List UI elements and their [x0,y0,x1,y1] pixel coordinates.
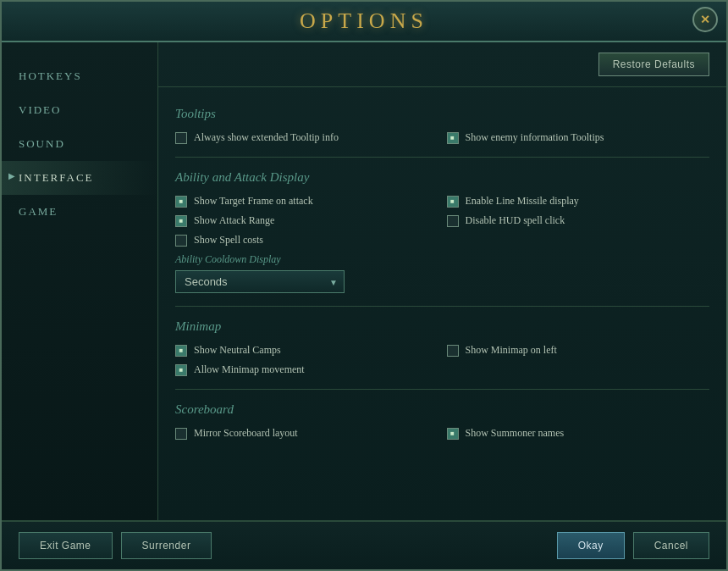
label-target-frame-attack: Show Target Frame on attack [194,195,313,208]
bottom-bar: Exit Game Surrender Okay Cancel [2,520,726,569]
label-show-neutral-camps: Show Neutral Camps [194,344,281,357]
modal-title: OPTIONS [2,8,726,34]
okay-button[interactable]: Okay [557,532,625,559]
label-show-minimap-left: Show Minimap on left [466,344,557,357]
content-scroll[interactable]: Tooltips Always show extended Tooltip in… [158,87,726,520]
close-button[interactable]: ✕ [692,7,718,32]
sidebar: HOTKEYS VIDEO SOUND INTERFACE GAME [2,42,158,520]
option-show-summoner-names: Show Summoner names [447,427,710,440]
option-enable-line-missile: Enable Line Missile display [447,195,710,208]
restore-defaults-button[interactable]: Restore Defaults [598,53,709,76]
checkbox-always-extended-tooltip[interactable] [175,132,187,144]
content-header: Restore Defaults [158,42,726,87]
cooldown-dropdown[interactable]: Seconds Percentage [175,270,345,293]
cancel-button[interactable]: Cancel [633,532,709,559]
option-show-minimap-left: Show Minimap on left [447,344,710,357]
tooltips-section-title: Tooltips [175,107,709,121]
checkbox-show-minimap-left[interactable] [447,345,459,357]
label-mirror-scoreboard: Mirror Scoreboard layout [194,427,298,440]
option-disable-hud-spell: Disable HUD spell click [447,214,710,227]
cooldown-dropdown-wrapper: Seconds Percentage ▼ [175,270,345,293]
checkbox-enable-line-missile[interactable] [447,196,459,208]
ability-attack-options: Show Target Frame on attack Enable Line … [175,195,709,247]
exit-game-button[interactable]: Exit Game [19,532,113,559]
checkbox-enemy-info-tooltips[interactable] [447,132,459,144]
sidebar-item-video[interactable]: VIDEO [2,93,157,127]
option-mirror-scoreboard: Mirror Scoreboard layout [175,427,438,440]
content-area: Restore Defaults Tooltips Always show ex… [158,42,726,520]
option-show-spell-costs: Show Spell costs [175,234,438,247]
checkbox-show-summoner-names[interactable] [447,428,459,440]
option-allow-minimap-movement: Allow Minimap movement [175,363,438,376]
scoreboard-section-title: Scoreboard [175,402,709,417]
minimap-options: Show Neutral Camps Show Minimap on left … [175,344,709,376]
option-target-frame-attack: Show Target Frame on attack [175,195,438,208]
cooldown-container: Ability Cooldown Display Seconds Percent… [175,253,709,293]
surrender-button[interactable]: Surrender [121,532,212,559]
label-allow-minimap-movement: Allow Minimap movement [194,363,305,376]
option-enemy-info-tooltips: Show enemy information Tooltips [447,131,710,144]
sidebar-item-hotkeys[interactable]: HOTKEYS [2,59,157,93]
tooltips-options: Always show extended Tooltip info Show e… [175,131,709,144]
sidebar-item-game[interactable]: GAME [2,195,157,229]
label-enemy-info-tooltips: Show enemy information Tooltips [466,131,604,144]
checkbox-show-spell-costs[interactable] [175,235,187,247]
label-show-summoner-names: Show Summoner names [466,427,565,440]
label-always-extended-tooltip: Always show extended Tooltip info [194,131,339,144]
divider-2 [175,306,709,307]
checkbox-show-attack-range[interactable] [175,215,187,227]
minimap-section-title: Minimap [175,319,709,334]
sidebar-item-sound[interactable]: SOUND [2,127,157,161]
options-modal: OPTIONS ✕ HOTKEYS VIDEO SOUND INTERFACE … [0,0,728,571]
ability-attack-section-title: Ability and Attack Display [175,170,709,185]
option-show-attack-range: Show Attack Range [175,214,438,227]
checkbox-disable-hud-spell[interactable] [447,215,459,227]
title-bar: OPTIONS ✕ [2,2,726,42]
label-show-attack-range: Show Attack Range [194,214,274,227]
main-layout: HOTKEYS VIDEO SOUND INTERFACE GAME Resto… [2,42,726,520]
option-show-neutral-camps: Show Neutral Camps [175,344,438,357]
checkbox-mirror-scoreboard[interactable] [175,428,187,440]
divider-3 [175,389,709,390]
option-always-extended-tooltip: Always show extended Tooltip info [175,131,438,144]
cooldown-label: Ability Cooldown Display [175,253,709,266]
checkbox-show-neutral-camps[interactable] [175,345,187,357]
divider-1 [175,157,709,158]
checkbox-target-frame-attack[interactable] [175,196,187,208]
label-disable-hud-spell: Disable HUD spell click [466,214,565,227]
scoreboard-options: Mirror Scoreboard layout Show Summoner n… [175,427,709,440]
sidebar-item-interface[interactable]: INTERFACE [2,161,157,195]
label-enable-line-missile: Enable Line Missile display [466,195,579,208]
label-show-spell-costs: Show Spell costs [194,234,263,247]
checkbox-allow-minimap-movement[interactable] [175,364,187,376]
